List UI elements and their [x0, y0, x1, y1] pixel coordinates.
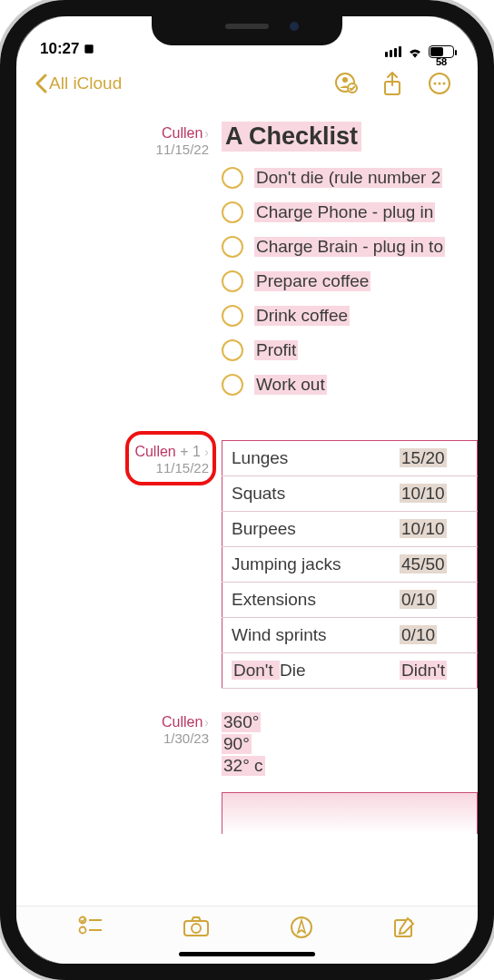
checklist: Don't die (rule number 2 Charge Phone - …	[222, 161, 478, 402]
status-time: 10:27	[40, 40, 79, 58]
chevron-right-icon: ›	[204, 445, 209, 459]
home-indicator[interactable]	[179, 952, 315, 956]
markup-button[interactable]	[290, 916, 313, 943]
nav-bar: All iCloud	[16, 60, 478, 107]
checklist-item[interactable]: Profit	[222, 333, 478, 368]
attribution-date: 11/15/22	[35, 460, 209, 475]
attribution-name: Cullen	[162, 714, 203, 730]
collaborate-button[interactable]	[325, 72, 365, 95]
checklist-item[interactable]: Charge Brain - plug in to	[222, 230, 478, 264]
back-button[interactable]: All iCloud	[35, 74, 122, 93]
checkbox-icon[interactable]	[222, 167, 243, 189]
table-row: Wind sprints0/10	[222, 618, 478, 653]
checklist-item[interactable]: Prepare coffee	[222, 264, 478, 299]
checkbox-icon[interactable]	[222, 201, 243, 223]
table-row: Extensions0/10	[222, 583, 478, 618]
checkbox-icon[interactable]	[222, 236, 243, 258]
svg-point-6	[434, 83, 437, 85]
note-title: A Checklist	[222, 122, 361, 152]
checkbox-icon[interactable]	[222, 374, 243, 396]
degrees-block[interactable]: 360° 90° 32° c	[222, 710, 478, 834]
attribution-plus: + 1	[176, 444, 201, 459]
svg-point-8	[443, 83, 446, 85]
more-button[interactable]	[420, 72, 459, 95]
camera-button[interactable]	[183, 916, 210, 941]
svg-point-14	[192, 924, 201, 933]
checklist-item[interactable]: Work out	[222, 368, 478, 402]
chevron-left-icon	[35, 74, 47, 93]
attribution-date: 11/15/22	[35, 142, 209, 157]
compose-button[interactable]	[392, 916, 416, 943]
svg-point-7	[439, 83, 441, 85]
checklist-button[interactable]	[78, 916, 104, 939]
wifi-icon	[407, 45, 423, 58]
phone-notch	[152, 13, 342, 45]
checkbox-icon[interactable]	[222, 339, 243, 361]
attribution-block[interactable]: Cullen › 1/30/23	[35, 710, 222, 834]
checklist-item[interactable]: Charge Phone - plug in	[222, 195, 478, 230]
attribution-block[interactable]: Cullen › 11/15/22	[35, 122, 222, 402]
share-button[interactable]	[372, 71, 412, 96]
table-row: Squats10/10	[222, 476, 478, 512]
table-row: Jumping jacks45/50	[222, 547, 478, 583]
checkbox-icon[interactable]	[222, 305, 243, 327]
cellular-icon	[385, 46, 401, 57]
attribution-name: Cullen	[162, 125, 203, 142]
chevron-right-icon: ›	[204, 715, 209, 730]
workout-table[interactable]: Lunges15/20 Squats10/10 Burpees10/10 Jum…	[222, 440, 478, 689]
checklist-item[interactable]: Don't die (rule number 2	[222, 161, 478, 195]
empty-table[interactable]	[222, 792, 478, 834]
attribution-block-highlighted[interactable]: Cullen + 1 › 11/15/22	[35, 440, 222, 689]
orientation-lock-icon	[83, 43, 95, 55]
checkbox-icon[interactable]	[222, 270, 243, 292]
attribution-date: 1/30/23	[35, 730, 209, 746]
note-content[interactable]: Cullen › 11/15/22 A Checklist Don't die …	[16, 107, 478, 906]
svg-point-11	[79, 927, 85, 934]
chevron-right-icon: ›	[204, 126, 209, 141]
back-label: All iCloud	[49, 74, 122, 93]
battery-icon: 58	[429, 45, 454, 58]
table-row: Burpees10/10	[222, 512, 478, 547]
table-row: Lunges15/20	[222, 441, 478, 476]
table-row: Don't DieDidn't	[222, 653, 478, 689]
attribution-name: Cullen	[134, 444, 175, 460]
svg-rect-0	[85, 44, 94, 53]
svg-point-2	[342, 77, 348, 83]
checklist-item[interactable]: Drink coffee	[222, 299, 478, 333]
